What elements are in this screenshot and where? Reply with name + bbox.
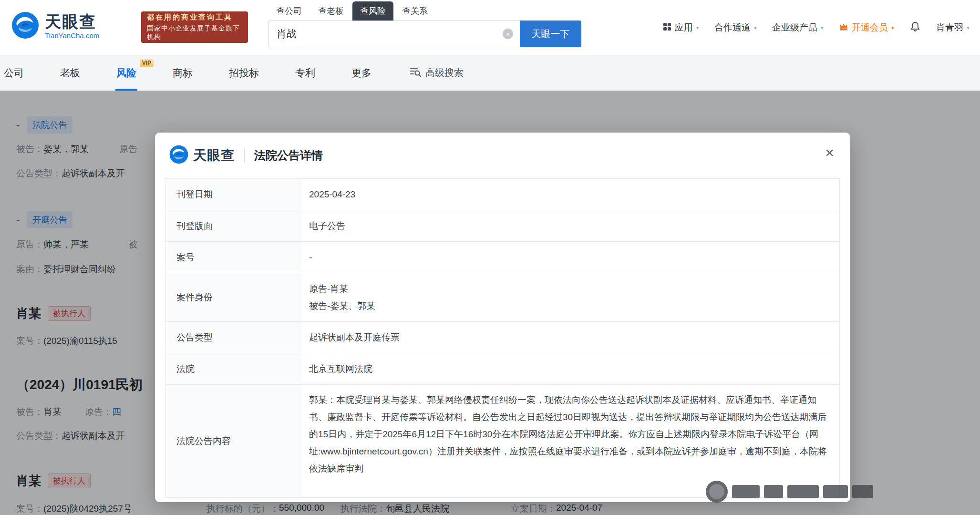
- modal-brand-logo: 天眼查: [169, 145, 235, 166]
- nav-item-more[interactable]: 更多: [333, 55, 390, 91]
- user-menu[interactable]: 肖青羽 ▾: [936, 21, 970, 34]
- row-label: 案件身份: [166, 273, 301, 321]
- modal-brand-name: 天眼查: [193, 146, 235, 165]
- row-label: 案号: [166, 242, 301, 273]
- menu-apps[interactable]: 应用 ▾: [663, 21, 699, 34]
- nav-item-boss[interactable]: 老板: [42, 55, 98, 91]
- table-row: 公告类型 起诉状副本及开庭传票: [166, 322, 839, 353]
- username: 肖青羽: [936, 21, 963, 34]
- nav-item-trademark[interactable]: 商标: [155, 55, 211, 91]
- row-label: 法院: [166, 353, 301, 384]
- row-value: 2025-04-23: [301, 179, 839, 210]
- table-row: 刊登版面 电子公告: [166, 210, 839, 242]
- chevron-down-icon: ▾: [696, 24, 699, 31]
- modal-title: 法院公告详情: [254, 148, 323, 163]
- row-value: -: [301, 242, 839, 273]
- detail-table: 刊登日期 2025-04-23 刊登版面 电子公告 案号 - 案件身份 原告-肖…: [165, 178, 840, 498]
- table-row: 法院 北京互联网法院: [166, 353, 839, 385]
- brand-logo[interactable]: 天眼查 TianYanCha.com: [11, 11, 99, 41]
- row-value: 电子公告: [301, 210, 839, 241]
- search-area: 查公司 查老板 查风险 查关系 × 天眼一下: [268, 2, 581, 47]
- row-label: 刊登版面: [166, 210, 301, 241]
- brand-name: 天眼查: [45, 13, 99, 31]
- advanced-search-label: 高级搜索: [425, 66, 464, 79]
- clear-search-icon[interactable]: ×: [503, 29, 513, 39]
- menu-partner-label: 合作通道: [714, 21, 751, 34]
- row-value: 原告-肖某 被告-娄某、郭某: [301, 273, 839, 321]
- watermark-logo-icon: [706, 481, 728, 503]
- advanced-search-icon: [410, 66, 421, 79]
- search-bar: × 天眼一下: [268, 21, 581, 47]
- notifications-button[interactable]: [909, 21, 921, 35]
- vip-badge: VIP: [140, 59, 154, 67]
- top-menu: 应用 ▾ 合作通道 ▾ 企业级产品 ▾ 开通会员 ▾: [663, 17, 970, 38]
- nav-item-patent[interactable]: 专利: [277, 55, 333, 91]
- table-row: 案号 -: [166, 242, 839, 273]
- promo-banner[interactable]: 都在用的商业查询工具 国家中小企业发展子基金旗下机构: [141, 11, 248, 43]
- chevron-down-icon: ▾: [821, 24, 824, 31]
- brand-logo-icon: [169, 145, 188, 166]
- page: 天眼查 TianYanCha.com 都在用的商业查询工具 国家中小企业发展子基…: [0, 0, 980, 515]
- search-tab-relation[interactable]: 查关系: [394, 1, 435, 21]
- menu-partner[interactable]: 合作通道 ▾: [714, 21, 757, 34]
- menu-enterprise[interactable]: 企业级产品 ▾: [772, 21, 824, 34]
- promo-line2: 国家中小企业发展子基金旗下机构: [147, 24, 242, 41]
- nav-item-risk[interactable]: 风险 VIP: [98, 55, 155, 91]
- menu-membership-label: 开通会员: [852, 21, 888, 34]
- row-label: 刊登日期: [166, 179, 301, 210]
- advanced-search-button[interactable]: 高级搜索: [410, 66, 464, 79]
- chevron-down-icon: ▾: [754, 24, 757, 31]
- chevron-down-icon: ▾: [967, 24, 970, 31]
- row-value: 北京互联网法院: [301, 353, 839, 384]
- main-nav: 公司 老板 风险 VIP 商标 招投标 专利 更多 高级搜索: [0, 55, 980, 91]
- search-input[interactable]: [268, 21, 520, 47]
- chevron-down-icon: ▾: [891, 24, 894, 31]
- court-notice-detail-modal: 天眼查 法院公告详情 × 刊登日期 2025-04-23 刊登版面 电子公告 案…: [155, 133, 850, 502]
- nav-item-company[interactable]: 公司: [0, 55, 42, 91]
- watermark: [706, 478, 873, 505]
- row-label: 法院公告内容: [166, 385, 301, 497]
- top-bar: 天眼查 TianYanCha.com 都在用的商业查询工具 国家中小企业发展子基…: [0, 0, 980, 55]
- results-content: - 法院公告 被告： 娄某，郭某 原告 公告类型： 起诉状副本及开 - 开庭公告…: [0, 91, 980, 515]
- crown-icon: [839, 22, 848, 33]
- apps-grid-icon: [663, 22, 671, 33]
- row-value: 起诉状副本及开庭传票: [301, 322, 839, 353]
- search-button[interactable]: 天眼一下: [520, 21, 581, 47]
- nav-item-risk-label: 风险: [116, 66, 136, 80]
- row-label: 公告类型: [166, 322, 301, 353]
- close-icon[interactable]: ×: [825, 145, 834, 160]
- search-tab-boss[interactable]: 查老板: [310, 1, 351, 21]
- bell-icon: [909, 21, 921, 35]
- brand-logo-icon: [11, 11, 39, 41]
- divider: [244, 148, 245, 163]
- search-tabs: 查公司 查老板 查风险 查关系: [268, 2, 581, 21]
- table-row: 案件身份 原告-肖某 被告-娄某、郭某: [166, 273, 839, 322]
- search-tab-risk[interactable]: 查风险: [352, 1, 393, 21]
- menu-apps-label: 应用: [675, 21, 693, 34]
- table-row: 刊登日期 2025-04-23: [166, 179, 839, 210]
- nav-item-bidding[interactable]: 招投标: [211, 55, 277, 91]
- brand-domain: TianYanCha.com: [45, 32, 99, 40]
- menu-enterprise-label: 企业级产品: [772, 21, 817, 34]
- menu-membership[interactable]: 开通会员 ▾: [839, 21, 894, 34]
- modal-header: 天眼查 法院公告详情 ×: [155, 133, 850, 178]
- search-tab-company[interactable]: 查公司: [268, 1, 309, 21]
- promo-line1: 都在用的商业查询工具: [147, 13, 242, 22]
